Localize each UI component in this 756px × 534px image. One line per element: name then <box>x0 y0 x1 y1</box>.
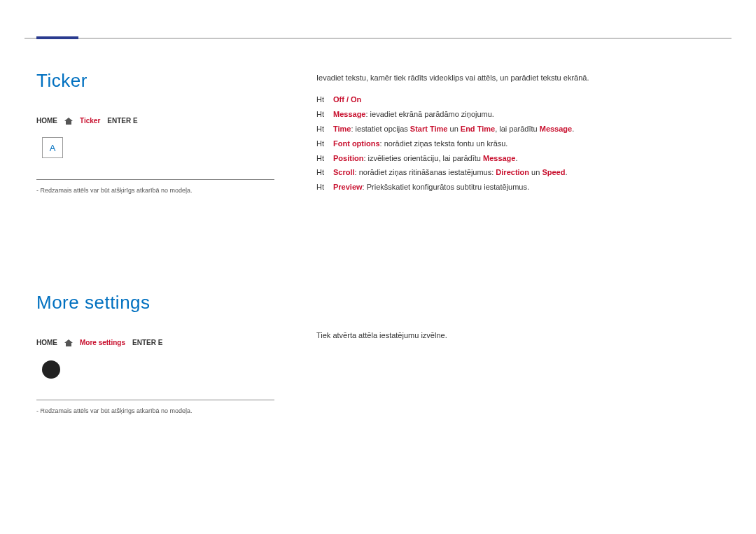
section1-divider <box>36 179 274 180</box>
breadcrumb-enter2: ENTER E <box>132 339 162 346</box>
breadcrumb-item: Ticker <box>80 117 100 125</box>
section1-title: Ticker <box>36 70 288 92</box>
section2-divider <box>36 400 274 400</box>
section2-left: More settings HOME More settings ENTER E… <box>36 292 288 414</box>
home-icon <box>64 116 73 125</box>
list-item: Time: iestatiet opcijas Start Time un En… <box>333 122 722 136</box>
header-divider <box>24 38 732 38</box>
preview-ticker-box: A <box>42 137 63 158</box>
section2-note: - Redzamais attēls var būt atšķirīgs atk… <box>36 407 288 414</box>
list-item: Off / On <box>333 92 722 107</box>
section1-list: Off / On Message: ievadiet ekrānā parādā… <box>316 92 722 195</box>
section2-intro: Tiek atvērta attēla iestatējumu izvēlne. <box>316 331 722 339</box>
list-item: Message: ievadiet ekrānā parādāmo ziņoju… <box>333 107 722 122</box>
left-column: Ticker HOME Ticker ENTER E A - Redzamais… <box>36 70 288 414</box>
right-column: Ievadiet tekstu, kamēr tiek rādīts video… <box>288 70 722 414</box>
breadcrumb-home: HOME <box>36 117 57 125</box>
section2-title: More settings <box>36 292 288 314</box>
section1-intro: Ievadiet tekstu, kamēr tiek rādīts video… <box>316 73 722 82</box>
list-item: Preview: Priekšskatiet konfigurātos subt… <box>333 180 722 195</box>
section2-right: Tiek atvērta attēla iestatējumu izvēlne. <box>316 331 722 339</box>
page-content: Ticker HOME Ticker ENTER E A - Redzamais… <box>0 0 756 414</box>
list-item: Font options: norādiet ziņas teksta font… <box>333 136 722 151</box>
section2-breadcrumb: HOME More settings ENTER E <box>36 338 288 346</box>
list-item: Scroll: norādiet ziņas ritināšanas iesta… <box>333 165 722 180</box>
breadcrumb-item2: More settings <box>80 339 125 346</box>
preview-circle <box>42 360 60 379</box>
list-item: Position: izvēlieties orientāciju, lai p… <box>333 151 722 166</box>
header-accent <box>36 36 78 39</box>
breadcrumb-home2: HOME <box>36 339 57 346</box>
section1-note: - Redzamais attēls var būt atšķirīgs atk… <box>36 187 288 194</box>
section1-breadcrumb: HOME Ticker ENTER E <box>36 116 288 125</box>
preview-letter: A <box>50 143 56 153</box>
breadcrumb-enter: ENTER E <box>107 117 137 125</box>
content-wrap: Ticker HOME Ticker ENTER E A - Redzamais… <box>36 70 722 414</box>
home-icon <box>64 338 73 346</box>
